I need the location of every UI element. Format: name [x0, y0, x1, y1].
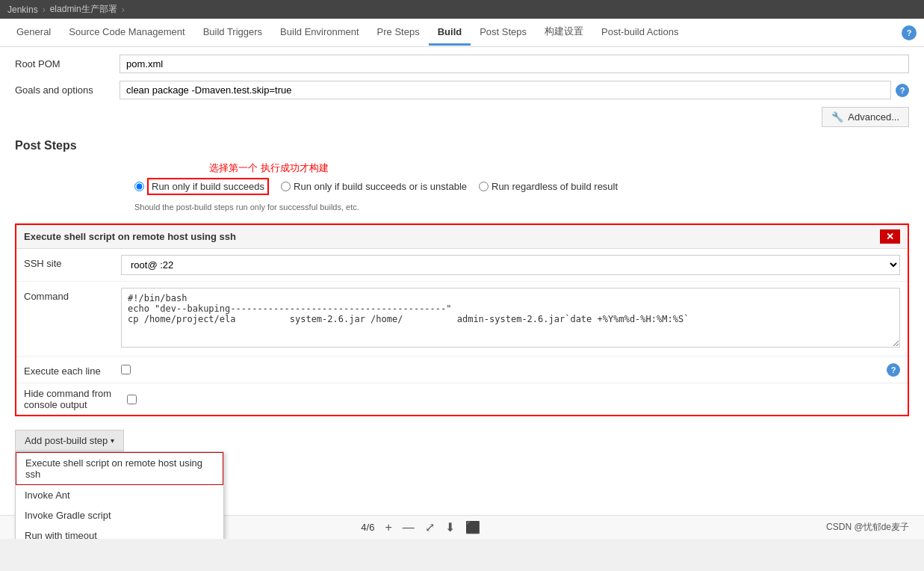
radio-option-always[interactable]: Run regardless of build result: [479, 181, 618, 192]
radio-annotation-wrapper: 选择第一个 执行成功才构建 Run only if build succeeds…: [15, 161, 909, 198]
hide-command-checkbox[interactable]: [127, 395, 137, 404]
tab-post-steps[interactable]: Post Steps: [471, 20, 536, 46]
top-breadcrumb: Jenkins › eladmin生产部署 ›: [0, 0, 924, 19]
goals-input[interactable]: [120, 81, 891, 99]
radio-success[interactable]: [134, 182, 144, 191]
dropdown-item-1[interactable]: Invoke Ant: [16, 485, 223, 505]
add-step-dropdown: Execute shell script on remote host usin…: [15, 451, 224, 539]
root-pom-label: Root POM: [15, 58, 120, 70]
radio-hint: Should the post-build steps run only for…: [134, 203, 909, 212]
breadcrumb-jenkins[interactable]: Jenkins: [7, 4, 38, 15]
command-row: Command #!/bin/bash echo "dev--bakuping-…: [16, 282, 908, 357]
zoom-in-icon[interactable]: +: [385, 521, 391, 534]
advanced-button[interactable]: 🔧 Advanced...: [822, 107, 909, 127]
add-step-label: Add post-build step: [25, 435, 108, 446]
post-steps-section: Post Steps 选择第一个 执行成功才构建 Run only if bui…: [15, 139, 909, 212]
advanced-label: Advanced...: [848, 111, 899, 123]
command-label: Command: [24, 288, 121, 302]
add-step-arrow: ▾: [111, 436, 114, 445]
viewer-controls: 4/6 + — ⤢ ⬇ ⬛: [361, 520, 480, 534]
command-textarea[interactable]: #!/bin/bash echo "dev--bakuping---------…: [121, 288, 900, 348]
breadcrumb-project[interactable]: eladmin生产部署: [50, 3, 117, 16]
fullscreen-icon[interactable]: ⬛: [465, 520, 480, 534]
zoom-out-icon[interactable]: —: [403, 521, 415, 534]
post-steps-wrapper: 选择第一个 执行成功才构建 Run only if build succeeds…: [15, 161, 909, 212]
breadcrumb-sep2: ›: [122, 4, 125, 15]
post-steps-title: Post Steps: [15, 139, 909, 152]
add-step-wrapper: Add post-build step ▾ Execute shell scri…: [15, 430, 124, 451]
rotate-icon[interactable]: ⤢: [425, 520, 435, 534]
radio-option-success[interactable]: Run only if build succeeds: [134, 178, 269, 195]
execute-each-checkbox[interactable]: [121, 365, 131, 374]
hide-command-label: Hide command from console output: [24, 388, 121, 410]
execute-each-row: Execute each line ?: [16, 357, 908, 383]
help-icon-global[interactable]: ?: [902, 25, 917, 40]
csdn-brand: CSDN @忧郁de麦子: [826, 521, 909, 534]
ssh-site-select[interactable]: root@ :22: [121, 255, 900, 275]
goals-label: Goals and options: [15, 84, 120, 96]
execute-each-label: Execute each line: [24, 362, 121, 377]
tab-build-settings[interactable]: 构建设置: [536, 19, 592, 46]
ssh-site-label: SSH site: [24, 255, 121, 269]
delete-button[interactable]: ✕: [880, 229, 900, 244]
goals-row: Goals and options ?: [15, 81, 909, 99]
goals-help-icon[interactable]: ?: [896, 84, 909, 97]
execute-shell-box: Execute shell script on remote host usin…: [15, 223, 909, 416]
annotation-choose: 选择第一个 执行成功才构建: [209, 161, 618, 175]
execute-shell-title: Execute shell script on remote host usin…: [24, 231, 236, 242]
execute-shell-header: Execute shell script on remote host usin…: [16, 225, 908, 249]
page-indicator: 4/6: [361, 522, 374, 533]
radio-option-unstable[interactable]: Run only if build succeeds or is unstabl…: [281, 181, 467, 192]
tab-post-build[interactable]: Post-build Actions: [592, 20, 687, 46]
radio-success-label: Run only if build succeeds: [147, 178, 269, 195]
advanced-row: 🔧 Advanced...: [15, 107, 909, 127]
command-input-wrapper: #!/bin/bash echo "dev--bakuping---------…: [121, 288, 900, 350]
add-step-button[interactable]: Add post-build step ▾: [15, 430, 124, 451]
dropdown-item-3[interactable]: Run with timeout: [16, 525, 223, 539]
execute-each-help[interactable]: ?: [887, 363, 900, 377]
root-pom-input[interactable]: [120, 55, 909, 73]
advanced-icon: 🔧: [831, 111, 843, 123]
download-icon[interactable]: ⬇: [445, 520, 455, 534]
execute-each-wrapper: Execute each line: [24, 362, 131, 377]
breadcrumb-sep1: ›: [43, 4, 46, 15]
radio-always[interactable]: [479, 182, 489, 191]
main-content: Root POM Goals and options ? 🔧 Advanced.…: [0, 47, 924, 515]
tab-build[interactable]: Build: [429, 20, 471, 46]
radio-group-container: 选择第一个 执行成功才构建 Run only if build succeeds…: [134, 161, 618, 198]
hide-command-row: Hide command from console output: [16, 383, 908, 415]
radio-unstable[interactable]: [281, 182, 291, 191]
ssh-site-input-wrapper: root@ :22 这个选择对应的服务器: [121, 255, 900, 275]
radio-group: Run only if build succeeds Run only if b…: [134, 178, 618, 195]
tab-build-triggers[interactable]: Build Triggers: [194, 20, 271, 46]
dropdown-item-0[interactable]: Execute shell script on remote host usin…: [16, 452, 223, 485]
tab-scm[interactable]: Source Code Management: [60, 20, 193, 46]
tab-build-env[interactable]: Build Environment: [271, 20, 368, 46]
radio-always-label: Run regardless of build result: [492, 181, 618, 192]
ssh-site-row: SSH site root@ :22 这个选择对应的服务器: [16, 249, 908, 282]
dropdown-item-2[interactable]: Invoke Gradle script: [16, 505, 223, 525]
tabs-bar: General Source Code Management Build Tri…: [0, 19, 924, 47]
root-pom-row: Root POM: [15, 55, 909, 73]
radio-unstable-label: Run only if build succeeds or is unstabl…: [294, 181, 467, 192]
tab-pre-steps[interactable]: Pre Steps: [368, 20, 429, 46]
tab-general[interactable]: General: [7, 20, 60, 46]
